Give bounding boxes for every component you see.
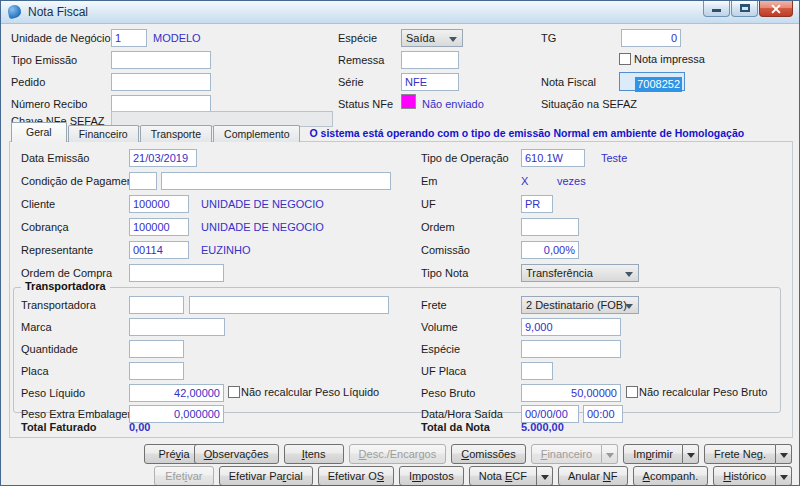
cliente-desc: UNIDADE DE NEGOCIO	[201, 197, 324, 211]
pedido-input[interactable]	[111, 73, 211, 91]
data-emissao-label: Data Emissão	[21, 151, 89, 165]
nao-recalcular-peso-liquido-label: Não recalcular Peso Líquido	[241, 386, 379, 399]
efetivar-os-button[interactable]: Efetivar OS	[318, 466, 394, 486]
peso-liquido-input[interactable]: 42,00000	[129, 384, 224, 402]
nao-recalcular-peso-bruto-label: Não recalcular Peso Bruto	[639, 386, 767, 399]
maximize-button[interactable]	[731, 1, 758, 17]
quantidade-input[interactable]	[129, 340, 184, 358]
especie-carga-input[interactable]	[521, 340, 621, 358]
peso-extra-embalagem-label: Peso Extra Embalagem	[21, 407, 137, 421]
tipo-operacao-input[interactable]: 610.1W	[521, 149, 585, 167]
minimize-button[interactable]	[703, 1, 730, 17]
tipo-nota-label: Tipo Nota	[421, 266, 468, 280]
acompanh-button[interactable]: Acompanh.	[633, 466, 709, 486]
transportadora-code-input[interactable]	[129, 296, 184, 314]
window-controls	[703, 1, 793, 17]
nao-recalcular-peso-bruto-checkbox[interactable]	[626, 386, 638, 398]
frete-select[interactable]: 2 Destinatario (FOB)	[521, 296, 639, 314]
cliente-input[interactable]: 100000	[129, 195, 189, 213]
condicao-pagamento-desc-input[interactable]	[161, 172, 391, 190]
close-button[interactable]	[759, 1, 793, 17]
nao-recalcular-peso-liquido-checkbox[interactable]	[228, 386, 240, 398]
condicao-pagamento-label: Condição de Pagamento	[21, 174, 142, 188]
transportadora-group-label: Transportadora	[21, 280, 110, 292]
uf-label: UF	[421, 197, 436, 211]
tipo-operacao-desc: Teste	[601, 151, 627, 165]
uf-input[interactable]: PR	[521, 195, 553, 213]
historico-button[interactable]: Histórico	[713, 466, 776, 486]
total-faturado-label: Total Faturado	[21, 420, 97, 434]
pedido-label: Pedido	[11, 75, 45, 89]
frete-neg-dropdown-button[interactable]	[776, 444, 792, 464]
impostos-button[interactable]: Impostos	[399, 466, 464, 486]
efetivar-parcial-button[interactable]: Efetivar Parcial	[219, 466, 313, 486]
tab-transporte[interactable]: Transporte	[140, 125, 212, 142]
unidade-de-negocio-label: Unidade de Negócio	[11, 31, 111, 45]
especie-carga-label: Espécie	[421, 342, 460, 356]
hora-saida-input[interactable]: 00:00	[583, 405, 623, 423]
remessa-input[interactable]	[401, 51, 459, 69]
anular-nf-button[interactable]: Anular NF	[558, 466, 628, 486]
status-nfe-text: Não enviado	[422, 97, 484, 111]
volume-label: Volume	[421, 320, 458, 334]
tab-geral[interactable]: Geral	[11, 122, 67, 142]
imprimir-dropdown-button[interactable]	[683, 444, 699, 464]
comissao-input[interactable]: 0,00%	[521, 241, 579, 259]
frete-label: Frete	[421, 298, 447, 312]
window-title: Nota Fiscal	[28, 5, 88, 19]
cliente-label: Cliente	[21, 197, 55, 211]
serie-input[interactable]: NFE	[401, 73, 459, 91]
imprimir-button[interactable]: Imprimir	[623, 444, 683, 464]
cobranca-input[interactable]: 100000	[129, 218, 189, 236]
representante-input[interactable]: 00114	[129, 241, 189, 259]
volume-input[interactable]: 9,000	[521, 318, 621, 336]
titlebar: Nota Fiscal	[1, 1, 799, 24]
em-suffix: vezes	[557, 174, 586, 188]
especie-select[interactable]: Saída	[401, 29, 463, 47]
tg-label: TG	[541, 31, 556, 45]
itens-button[interactable]: Itens	[284, 444, 344, 464]
nota-ecf-button[interactable]: Nota ECF	[469, 466, 537, 486]
historico-dropdown-button[interactable]	[776, 466, 792, 486]
nota-fiscal-input[interactable]: 7008252	[619, 72, 685, 91]
peso-bruto-input[interactable]: 50,00000	[521, 384, 621, 402]
total-da-nota-value: 5.000,00	[521, 420, 564, 434]
peso-bruto-label: Peso Bruto	[421, 386, 475, 400]
transportadora-desc-input[interactable]	[189, 296, 389, 314]
uf-placa-label: UF Placa	[421, 364, 466, 378]
unidade-de-negocio-input[interactable]: 1	[111, 29, 147, 47]
situacao-na-sefaz-label: Situação na SEFAZ	[541, 97, 637, 111]
tipo-nota-select[interactable]: Transferência	[521, 264, 639, 282]
em-value: X	[521, 174, 528, 188]
unidade-de-negocio-desc: MODELO	[153, 31, 201, 45]
nota-fiscal-window: Nota Fiscal Unidade de Negócio 1 MODELO …	[0, 0, 800, 486]
comissoes-button[interactable]: Comissões	[451, 444, 525, 464]
tg-input[interactable]: 0	[621, 29, 681, 47]
nota-ecf-dropdown-button[interactable]	[537, 466, 553, 486]
quantidade-label: Quantidade	[21, 342, 78, 356]
comissao-label: Comissão	[421, 243, 470, 257]
uf-placa-input[interactable]	[521, 362, 553, 380]
serie-label: Série	[338, 75, 364, 89]
tab-financeiro[interactable]: Financeiro	[68, 125, 139, 142]
tipo-emissao-input[interactable]	[111, 51, 211, 69]
button-row-1: ObservaçõesItensDesc./EncargosComissõesF…	[1, 444, 800, 464]
remessa-label: Remessa	[338, 53, 384, 67]
em-label: Em	[421, 174, 438, 188]
nota-impressa-checkbox[interactable]	[619, 53, 631, 65]
nota-fiscal-label: Nota Fiscal	[541, 75, 596, 89]
ordem-de-compra-label: Ordem de Compra	[21, 266, 112, 280]
tipo-operacao-label: Tipo de Operação	[421, 151, 509, 165]
transportadora-label: Transportadora	[21, 298, 96, 312]
frete-neg-button[interactable]: Frete Neg.	[704, 444, 776, 464]
data-emissao-input[interactable]: 21/03/2019	[129, 149, 197, 167]
marca-input[interactable]	[129, 318, 225, 336]
ordem-de-compra-input[interactable]	[129, 264, 224, 282]
condicao-pagamento-code-input[interactable]	[129, 172, 157, 190]
observacoes-button[interactable]: Observações	[194, 444, 279, 464]
placa-input[interactable]	[129, 362, 184, 380]
ordem-input[interactable]	[521, 218, 579, 236]
button-row-2: EfetivarEfetivar ParcialEfetivar OSImpos…	[1, 466, 800, 486]
tab-complemento[interactable]: Complemento	[213, 125, 300, 142]
financeiro-dropdown-button	[602, 444, 618, 464]
